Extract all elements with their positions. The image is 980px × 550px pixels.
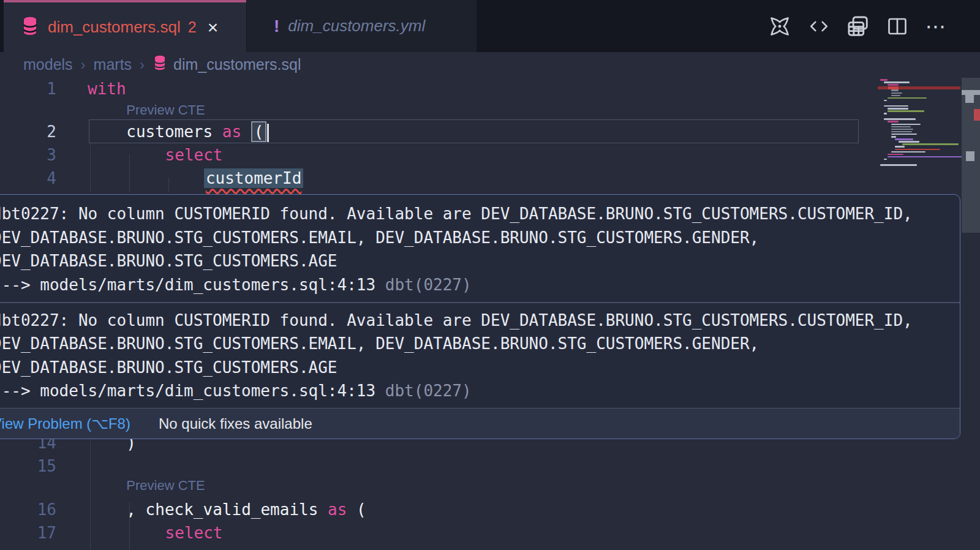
minimap-line — [884, 100, 887, 102]
text-cursor — [267, 124, 269, 142]
line-text: with — [88, 77, 126, 100]
token: with — [88, 80, 126, 98]
diagnostic-message: dbt0227: No column CUSTOMERID found. Ava… — [0, 202, 949, 296]
indent-guide — [90, 440, 91, 550]
code-line-2[interactable]: 2customers as ( — [0, 120, 876, 143]
minimap-line — [895, 146, 905, 148]
diagnostic-text: dbt0227: No column CUSTOMERID found. Ava… — [0, 309, 949, 333]
diagnostic-source: dbt(0227) — [375, 276, 472, 294]
minimap-line — [899, 141, 919, 143]
line-text: customers as ( — [126, 120, 269, 143]
minimap-line — [888, 110, 924, 112]
token: select — [165, 524, 223, 542]
code-line-15[interactable]: 15 — [0, 454, 876, 478]
minimap-line — [891, 89, 899, 91]
code-line-3[interactable]: 3select — [0, 143, 876, 167]
database-icon — [21, 15, 39, 40]
indent-guide — [90, 143, 91, 192]
hover-status-bar: View Problem (⌥F8) No quick fixes availa… — [0, 408, 960, 439]
minimap-line — [891, 126, 911, 128]
line-text: select — [165, 143, 223, 167]
minimap-line — [891, 129, 913, 130]
view-problem-link[interactable]: View Problem (⌥F8) — [0, 415, 130, 432]
diagnostic-text: dbt0227: No column CUSTOMERID found. Ava… — [0, 202, 949, 226]
line-text: select — [165, 521, 223, 544]
line-number: 15 — [0, 454, 56, 478]
minimap-line — [891, 136, 896, 138]
diagnostic-text: DEV_DATABASE.BRUNO.STG_CUSTOMERS.AGE — [0, 356, 949, 380]
minimap-line — [895, 149, 940, 151]
code-line-1[interactable]: 1with — [0, 77, 876, 100]
minimap-line — [880, 79, 888, 81]
dbt-logo-icon[interactable] — [768, 15, 791, 38]
more-actions-icon[interactable]: ⋯ — [925, 15, 948, 38]
warning-icon: ! — [274, 17, 279, 36]
token: ( — [347, 500, 366, 519]
minimap-line — [888, 154, 903, 156]
hover-diagnostics-popup: dbt0227: No column CUSTOMERID found. Ava… — [0, 194, 960, 439]
minimap-error-line — [878, 86, 960, 89]
minimap-line — [891, 151, 925, 153]
diagnostic-text: DEV_DATABASE.BRUNO.STG_CUSTOMERS.EMAIL, … — [0, 332, 949, 356]
minimap-line — [902, 143, 959, 145]
code-preview-icon[interactable] — [807, 15, 831, 38]
indent-guide — [168, 178, 170, 192]
tab-dim-customers-yml[interactable]: ! dim_customers.yml — [247, 0, 477, 52]
tab-label: dim_customers.yml — [288, 17, 425, 36]
line-number: 16 — [0, 498, 56, 521]
code-line-16[interactable]: 16, check_valid_emails as ( — [0, 498, 876, 521]
minimap-line — [888, 84, 899, 86]
code-editor[interactable]: 1withPreview CTE2customers as (3select4c… — [0, 77, 980, 550]
token — [241, 122, 251, 141]
chevron-right-icon: › — [81, 56, 86, 73]
tab-label: dim_customers.sql — [48, 18, 181, 37]
codelens-preview-cte[interactable]: Preview CTE — [126, 476, 205, 495]
diagnostic-location: --> models/marts/dim_customers.sql:4:13 … — [0, 273, 949, 297]
codelens-preview-cte[interactable]: Preview CTE — [126, 100, 205, 120]
code-line-17[interactable]: 17select — [0, 521, 876, 544]
token: as — [222, 122, 241, 141]
minimap-line — [891, 124, 921, 126]
minimap-line — [891, 92, 902, 94]
ruler-modified-mark — [966, 151, 974, 161]
diagnostic-location: --> models/marts/dim_customers.sql:4:13 … — [0, 379, 949, 403]
minimap-line — [880, 164, 917, 166]
breadcrumb-marts[interactable]: marts — [94, 56, 132, 73]
minimap-line — [888, 156, 966, 158]
error-token: customerId — [204, 168, 304, 188]
diagnostic-divider — [0, 302, 960, 303]
breadcrumb-models[interactable]: models — [23, 56, 73, 73]
chevron-right-icon: › — [140, 56, 145, 73]
indent-guide — [129, 502, 130, 550]
line-number: 1 — [0, 77, 56, 100]
close-icon[interactable]: × — [208, 18, 219, 37]
diagnostic-source: dbt(0227) — [375, 382, 472, 400]
minimap-line — [895, 138, 913, 140]
minimap-line — [891, 131, 912, 133]
tab-bar: dim_customers.sql 2 × ! dim_customers.ym… — [0, 0, 980, 52]
minimap-line — [891, 134, 917, 135]
copy-table-icon[interactable] — [846, 15, 870, 38]
diagnostics-list: dbt0227: No column CUSTOMERID found. Ava… — [0, 195, 960, 403]
ruler-modified-mark — [965, 95, 974, 103]
diagnostic-message: dbt0227: No column CUSTOMERID found. Ava… — [0, 309, 949, 403]
modified-count-badge: 2 — [188, 18, 197, 36]
line-text: customerId — [204, 167, 304, 190]
diagnostic-text: DEV_DATABASE.BRUNO.STG_CUSTOMERS.EMAIL, … — [0, 226, 949, 250]
no-quick-fixes-label: No quick fixes available — [159, 415, 312, 432]
minimap-line — [888, 97, 927, 99]
token: as — [328, 500, 347, 519]
tab-dim-customers-sql[interactable]: dim_customers.sql 2 × — [4, 0, 246, 52]
diagnostic-text: DEV_DATABASE.BRUNO.STG_CUSTOMERS.AGE — [0, 249, 949, 273]
minimap-line — [884, 113, 887, 115]
line-number: 2 — [0, 120, 56, 143]
token: customers — [126, 122, 222, 141]
minimap-line — [884, 105, 908, 107]
code-line-4[interactable]: 4customerId — [0, 167, 876, 190]
breadcrumb-file[interactable]: dim_customers.sql — [173, 56, 301, 73]
line-number: 17 — [0, 521, 56, 544]
ruler-modified-mark — [962, 90, 980, 95]
split-editor-icon[interactable] — [886, 15, 909, 38]
token: , check_valid_emails — [126, 500, 328, 519]
line-number: 3 — [0, 143, 56, 167]
